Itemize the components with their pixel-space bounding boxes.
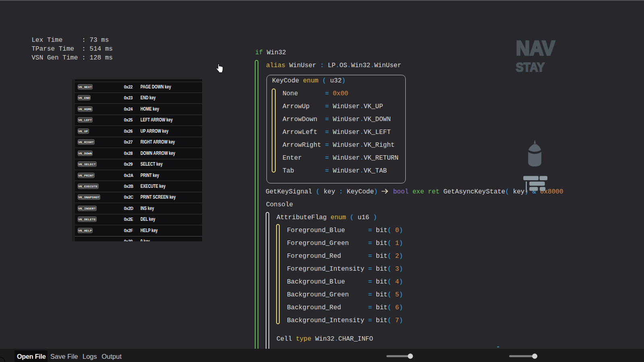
- svg-text:NAV: NAV: [516, 37, 555, 60]
- svg-text:STAY: STAY: [516, 60, 545, 74]
